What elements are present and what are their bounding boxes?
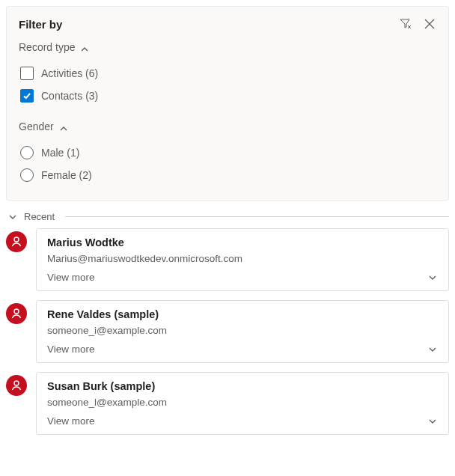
- checkbox-icon: [20, 89, 34, 103]
- view-more-link[interactable]: View more: [47, 415, 95, 427]
- radio-label: Male (1): [41, 147, 79, 159]
- close-icon[interactable]: [423, 17, 436, 31]
- chevron-down-icon[interactable]: [427, 272, 438, 283]
- chevron-down-icon[interactable]: [427, 416, 438, 427]
- view-more-link[interactable]: View more: [47, 272, 95, 283]
- contact-name: Marius Wodtke: [47, 237, 438, 248]
- chevron-up-icon: [60, 123, 67, 130]
- recent-label: Recent: [24, 211, 55, 222]
- avatar: [6, 303, 27, 324]
- contact-email: someone_l@example.com: [47, 397, 438, 408]
- filter-panel: Filter by Record type: [6, 6, 449, 201]
- filter-title: Filter by: [19, 18, 62, 31]
- card-footer: View more: [47, 415, 438, 427]
- list-item: Susan Burk (sample) someone_l@example.co…: [6, 372, 449, 435]
- divider: [65, 216, 449, 217]
- radio-male[interactable]: Male (1): [19, 141, 436, 164]
- svg-point-6: [14, 381, 19, 385]
- filter-header-actions: [399, 17, 436, 31]
- avatar: [6, 231, 27, 252]
- contact-email: someone_i@example.com: [47, 325, 438, 336]
- radio-icon: [20, 146, 34, 159]
- list-item: Marius Wodtke Marius@mariuswodtkedev.onm…: [6, 228, 449, 291]
- section-header-record-type[interactable]: Record type: [19, 41, 436, 53]
- checkbox-icon: [20, 67, 34, 80]
- radio-label: Female (2): [41, 169, 92, 181]
- avatar: [6, 375, 27, 396]
- section-header-gender[interactable]: Gender: [19, 120, 436, 132]
- recent-section: Recent Marius Wodtke Marius@mariuswodtke…: [0, 201, 455, 456]
- checkbox-label: Contacts (3): [41, 90, 98, 102]
- contact-email: Marius@mariuswodtkedev.onmicrosoft.com: [47, 253, 438, 264]
- card-footer: View more: [47, 344, 438, 355]
- chevron-up-icon: [81, 43, 88, 51]
- recent-header[interactable]: Recent: [6, 207, 449, 228]
- contact-card[interactable]: Rene Valdes (sample) someone_i@example.c…: [36, 300, 449, 363]
- chevron-down-icon[interactable]: [427, 344, 438, 355]
- filter-header: Filter by: [19, 17, 436, 31]
- view-more-link[interactable]: View more: [47, 344, 95, 355]
- contact-card[interactable]: Susan Burk (sample) someone_l@example.co…: [36, 372, 449, 435]
- section-label-gender: Gender: [19, 120, 54, 132]
- checkbox-activities[interactable]: Activities (6): [19, 62, 436, 85]
- radio-icon: [20, 168, 34, 182]
- svg-point-4: [14, 237, 19, 242]
- contact-card[interactable]: Marius Wodtke Marius@mariuswodtkedev.onm…: [36, 228, 449, 291]
- section-label-record-type: Record type: [19, 41, 75, 53]
- clear-filter-icon[interactable]: [399, 17, 412, 31]
- chevron-down-icon: [7, 212, 18, 222]
- radio-female[interactable]: Female (2): [19, 164, 436, 186]
- checkbox-label: Activities (6): [41, 67, 98, 79]
- svg-point-5: [14, 309, 19, 314]
- contact-name: Rene Valdes (sample): [47, 308, 438, 320]
- card-footer: View more: [47, 272, 438, 283]
- contact-name: Susan Burk (sample): [47, 380, 438, 392]
- list-item: Rene Valdes (sample) someone_i@example.c…: [6, 300, 449, 363]
- checkbox-contacts[interactable]: Contacts (3): [19, 85, 436, 107]
